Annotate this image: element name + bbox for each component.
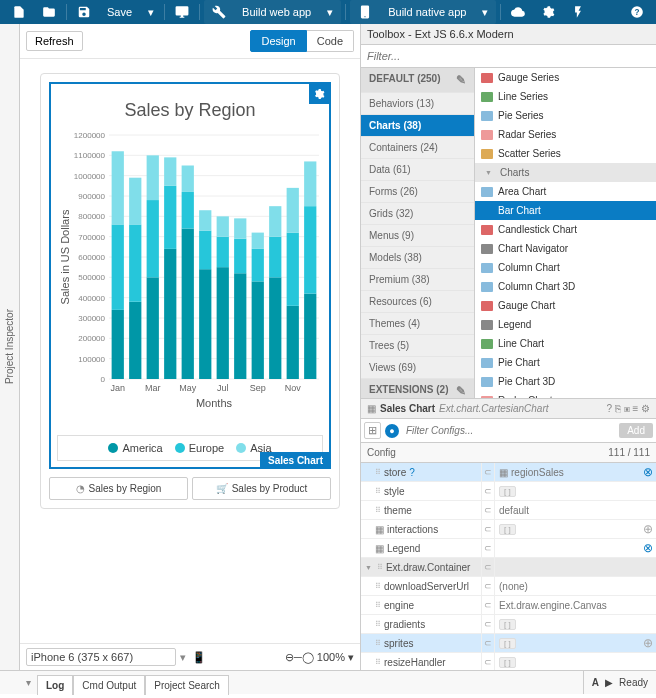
component-item[interactable]: Line Chart — [475, 334, 656, 353]
project-inspector-tab[interactable]: Project Inspector — [0, 24, 20, 670]
config-row[interactable]: ⠿ style⊂[ ] — [361, 482, 656, 501]
build-web-icon[interactable] — [204, 0, 234, 24]
component-item[interactable]: Pie Chart 3D — [475, 372, 656, 391]
category-item[interactable]: Menus (9) — [361, 225, 474, 247]
svg-rect-58 — [287, 306, 299, 379]
open-button[interactable] — [34, 0, 64, 24]
category-item[interactable]: Data (61) — [361, 159, 474, 181]
category-item[interactable]: Containers (24) — [361, 137, 474, 159]
component-item[interactable]: Legend — [475, 315, 656, 334]
component-item[interactable]: Radar Chart — [475, 391, 656, 398]
config-row[interactable]: ⠿ Ext.draw.Container⊂ — [361, 558, 656, 577]
component-item[interactable]: Chart Navigator — [475, 239, 656, 258]
legend-item[interactable]: America — [108, 442, 162, 454]
device-dropdown-icon[interactable]: ▾ — [180, 651, 186, 664]
svg-text:600000: 600000 — [78, 253, 105, 262]
settings-button[interactable] — [533, 0, 563, 24]
svg-text:Sep: Sep — [250, 383, 266, 393]
legend-item[interactable]: Europe — [175, 442, 224, 454]
component-item[interactable]: Bar Chart — [475, 201, 656, 220]
sales-by-product-button[interactable]: 🛒Sales by Product — [192, 477, 331, 500]
svg-text:Jul: Jul — [217, 383, 229, 393]
config-filter-input[interactable] — [403, 422, 615, 439]
config-indicator-icon[interactable]: ● — [385, 424, 399, 438]
config-row[interactable]: ▦ interactions⊂[ ]⊕ — [361, 520, 656, 539]
component-item[interactable]: Scatter Series — [475, 144, 656, 163]
component-item[interactable]: Gauge Chart — [475, 296, 656, 315]
rotate-icon[interactable]: 📱 — [192, 651, 206, 664]
project-search-tab[interactable]: Project Search — [145, 675, 229, 695]
device-selector[interactable]: iPhone 6 (375 x 667) — [26, 648, 176, 666]
component-item[interactable]: Column Chart — [475, 258, 656, 277]
bottom-bar: ▾ Log Cmd Output Project Search A▶ Ready — [0, 670, 656, 694]
svg-rect-32 — [129, 224, 141, 301]
build-native-button[interactable]: Build native app — [380, 0, 474, 24]
refresh-button[interactable]: Refresh — [26, 31, 83, 51]
component-item[interactable]: Area Chart — [475, 182, 656, 201]
category-item[interactable]: Forms (26) — [361, 181, 474, 203]
svg-rect-53 — [252, 249, 264, 282]
bottom-collapse-icon[interactable]: ▾ — [20, 677, 37, 688]
svg-rect-29 — [112, 224, 124, 309]
svg-rect-42 — [182, 166, 194, 192]
category-item[interactable]: EXTENSIONS (2)✎ — [361, 379, 474, 398]
log-tab[interactable]: Log — [37, 675, 73, 695]
svg-text:700000: 700000 — [78, 233, 105, 242]
category-item[interactable]: Models (38) — [361, 247, 474, 269]
cmd-output-tab[interactable]: Cmd Output — [73, 675, 145, 695]
config-row[interactable]: ⠿ downloadServerUrl⊂(none) — [361, 577, 656, 596]
sales-chart-component[interactable]: Sales by Region 120000011000001000000900… — [49, 82, 331, 469]
config-row[interactable]: ⠿ gradients⊂[ ] — [361, 615, 656, 634]
svg-rect-35 — [147, 200, 159, 277]
component-item[interactable]: Radar Series — [475, 125, 656, 144]
sales-by-region-button[interactable]: ◔Sales by Region — [49, 477, 188, 500]
build-native-icon[interactable] — [350, 0, 380, 24]
help-button[interactable]: ? — [622, 0, 652, 24]
component-group[interactable]: Charts — [475, 163, 656, 182]
config-expand-icon[interactable]: ⊞ — [364, 422, 381, 439]
category-item[interactable]: DEFAULT (250)✎ — [361, 68, 474, 93]
build-native-dropdown[interactable]: ▾ — [474, 0, 496, 24]
category-item[interactable]: Grids (32) — [361, 203, 474, 225]
category-item[interactable]: Themes (4) — [361, 313, 474, 335]
cloud-button[interactable] — [503, 0, 533, 24]
build-web-button[interactable]: Build web app — [234, 0, 319, 24]
chart-plot: 1200000110000010000009000008000007000006… — [57, 131, 325, 421]
component-item[interactable]: Pie Chart — [475, 353, 656, 372]
category-item[interactable]: Premium (38) — [361, 269, 474, 291]
component-gear-button[interactable] — [309, 84, 329, 104]
config-add-button[interactable]: Add — [619, 423, 653, 438]
save-dropdown[interactable]: ▾ — [140, 0, 162, 24]
component-item[interactable]: Column Chart 3D — [475, 277, 656, 296]
category-item[interactable]: Trees (5) — [361, 335, 474, 357]
config-row[interactable]: ⠿ theme⊂default — [361, 501, 656, 520]
component-item[interactable]: Gauge Series — [475, 68, 656, 87]
category-item[interactable]: Behaviors (13) — [361, 93, 474, 115]
build-web-dropdown[interactable]: ▾ — [319, 0, 341, 24]
component-item[interactable]: Candlestick Chart — [475, 220, 656, 239]
save-button[interactable]: Save — [99, 0, 140, 24]
flash-button[interactable] — [563, 0, 593, 24]
svg-rect-55 — [269, 277, 281, 379]
config-row[interactable]: ⠿ resizeHandler⊂[ ] — [361, 653, 656, 670]
svg-rect-56 — [269, 237, 281, 278]
component-item[interactable]: Line Series — [475, 87, 656, 106]
category-item[interactable]: Charts (38) — [361, 115, 474, 137]
code-tab[interactable]: Code — [307, 30, 354, 52]
svg-text:Months: Months — [196, 397, 233, 409]
category-item[interactable]: Resources (6) — [361, 291, 474, 313]
config-row[interactable]: ⠿ sprites⊂[ ]⊕ — [361, 634, 656, 653]
component-item[interactable]: Pie Series — [475, 106, 656, 125]
config-row[interactable]: ⠿ store ?⊂▦ regionSales⊗ — [361, 463, 656, 482]
config-row[interactable]: ▦ Legend⊂⊗ — [361, 539, 656, 558]
design-tab[interactable]: Design — [250, 30, 306, 52]
preview-web-icon[interactable] — [167, 0, 197, 24]
svg-rect-36 — [147, 155, 159, 200]
category-item[interactable]: Views (69) — [361, 357, 474, 379]
svg-text:1200000: 1200000 — [74, 131, 106, 140]
zoom-control[interactable]: ⊖─◯ 100% ▾ — [285, 651, 354, 664]
toolbox-filter-input[interactable] — [361, 45, 656, 67]
new-file-button[interactable] — [4, 0, 34, 24]
save-icon-button[interactable] — [69, 0, 99, 24]
config-row[interactable]: ⠿ engine⊂Ext.draw.engine.Canvas — [361, 596, 656, 615]
